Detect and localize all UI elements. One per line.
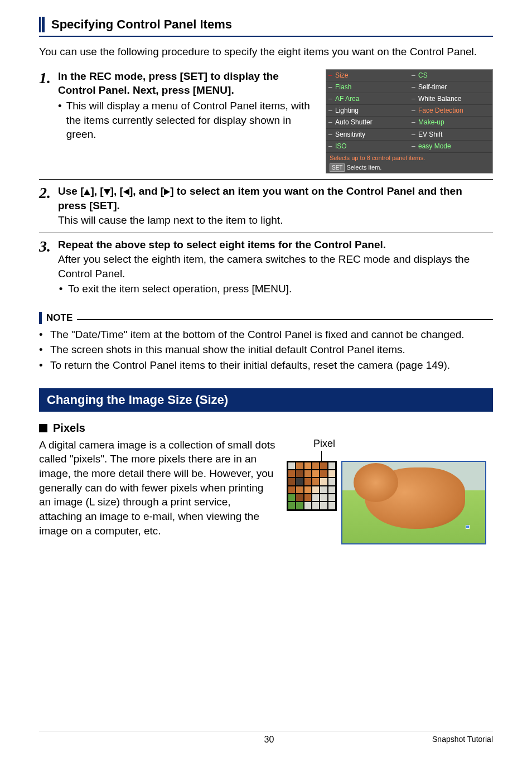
cat-illustration (365, 467, 465, 529)
panel-item: Lighting (333, 105, 409, 117)
panel-item: EV Shift (416, 129, 492, 141)
panel-item: White Balance (416, 93, 492, 105)
panel-footer-2-text: Selects item. (346, 164, 381, 171)
note-item: To return the Control Panel items to the… (50, 358, 450, 373)
step-number: 3. (39, 238, 58, 254)
zoom-grid-icon (287, 461, 337, 511)
tick-icon: – (409, 70, 416, 81)
step-separator (39, 233, 493, 233)
control-panel-menu-screenshot: –Size–CS –Flash–Self-timer –AF Area–Whit… (326, 69, 493, 174)
section-bar-icon (39, 17, 45, 32)
step3-title: Repeat the above step to select eight it… (58, 238, 493, 252)
tick-icon: – (409, 93, 416, 105)
pixels-heading-row: Pixels (39, 422, 493, 435)
step-3: 3. Repeat the above step to select eight… (39, 238, 493, 296)
section-title-row: Specifying Control Panel Items (39, 17, 493, 32)
step-2: 2. Use [], [], [], and [] to select an i… (39, 184, 493, 227)
bullet-dot-icon: • (58, 99, 62, 142)
tick-icon: – (326, 105, 333, 117)
square-bullet-icon (39, 424, 47, 432)
section-title: Specifying Control Panel Items (51, 17, 232, 32)
step3-bullet-text: To exit the item select operation, press… (68, 282, 292, 296)
section-underline (39, 36, 493, 37)
panel-item: Flash (333, 81, 409, 93)
t: ], [ (90, 185, 103, 197)
page-footer: 30 Snapshot Tutorial (39, 731, 493, 745)
pixel-marker-icon (466, 525, 470, 529)
note-bar-icon (39, 312, 42, 324)
panel-item: CS (416, 70, 492, 81)
note-label: NOTE (46, 312, 72, 324)
note-heading-row: NOTE (39, 312, 493, 324)
bullet-dot-icon: • (39, 358, 46, 373)
tick-icon: – (326, 117, 333, 128)
step1-bullet: • This will display a menu of Control Pa… (58, 99, 315, 142)
step2-desc: This will cause the lamp next to the ite… (58, 213, 493, 228)
tick-icon: – (409, 129, 416, 141)
step1-bullet-text: This will display a menu of Control Pane… (66, 99, 315, 142)
left-arrow-icon (123, 189, 129, 195)
note-line (77, 319, 493, 320)
panel-item: Sensitivity (333, 129, 409, 141)
right-arrow-icon (164, 189, 170, 195)
pixel-graphic: Pixel (287, 438, 493, 544)
step-separator (39, 179, 493, 180)
up-arrow-icon (84, 189, 90, 195)
bullet-dot-icon: • (39, 343, 46, 357)
pixel-label: Pixel (313, 438, 335, 450)
pixel-pointer-line (321, 451, 322, 461)
sample-photo (341, 461, 486, 544)
footer-section: Snapshot Tutorial (432, 735, 493, 745)
note-item: The "Date/Time" item at the bottom of th… (50, 327, 465, 342)
tick-icon: – (409, 105, 416, 117)
panel-item: Self-timer (416, 81, 492, 93)
panel-item: easy Mode (416, 141, 492, 152)
panel-item: Make-up (416, 117, 492, 128)
bullet-dot-icon: • (58, 282, 64, 296)
tick-icon: – (326, 129, 333, 141)
step-1: 1. In the REC mode, press [SET] to displ… (39, 69, 493, 174)
tick-icon: – (326, 141, 333, 152)
panel-item: Size (333, 70, 409, 81)
page-number: 30 (106, 735, 432, 745)
tick-icon: – (326, 81, 333, 93)
pixels-heading: Pixels (53, 422, 85, 435)
set-button-label: SET (330, 163, 345, 172)
step3-desc: After you select the eighth item, the ca… (58, 252, 493, 281)
t: ], and [ (129, 185, 164, 197)
panel-item: ISO (333, 141, 409, 152)
dark-heading-bar: Changing the Image Size (Size) (39, 388, 493, 412)
t: Use [ (58, 185, 84, 197)
bullet-dot-icon: • (39, 327, 46, 342)
panel-item: Face Detection (416, 105, 492, 117)
step-number: 2. (39, 184, 58, 201)
panel-item: AF Area (333, 93, 409, 105)
tick-icon: – (409, 141, 416, 152)
pixels-text: A digital camera image is a collection o… (39, 438, 275, 538)
tick-icon: – (326, 93, 333, 105)
step2-title: Use [], [], [], and [] to select an item… (58, 184, 493, 213)
step1-title: In the REC mode, press [SET] to display … (58, 69, 315, 98)
down-arrow-icon (104, 189, 110, 195)
tick-icon: – (409, 117, 416, 128)
tick-icon: – (409, 81, 416, 93)
step-number: 1. (39, 69, 58, 86)
panel-footer-2: SETSelects item. (326, 163, 492, 173)
panel-grid: –Size–CS –Flash–Self-timer –AF Area–Whit… (326, 70, 492, 152)
panel-footer-1: Selects up to 8 control panel items. (326, 152, 492, 163)
section-intro: You can use the following procedure to s… (39, 45, 493, 59)
tick-icon: – (326, 70, 333, 81)
step3-bullet: • To exit the item select operation, pre… (58, 282, 493, 296)
panel-item: Auto Shutter (333, 117, 409, 128)
note-list: •The "Date/Time" item at the bottom of t… (39, 327, 493, 373)
t: ], [ (110, 185, 123, 197)
note-item: The screen shots in this manual show the… (50, 343, 405, 357)
